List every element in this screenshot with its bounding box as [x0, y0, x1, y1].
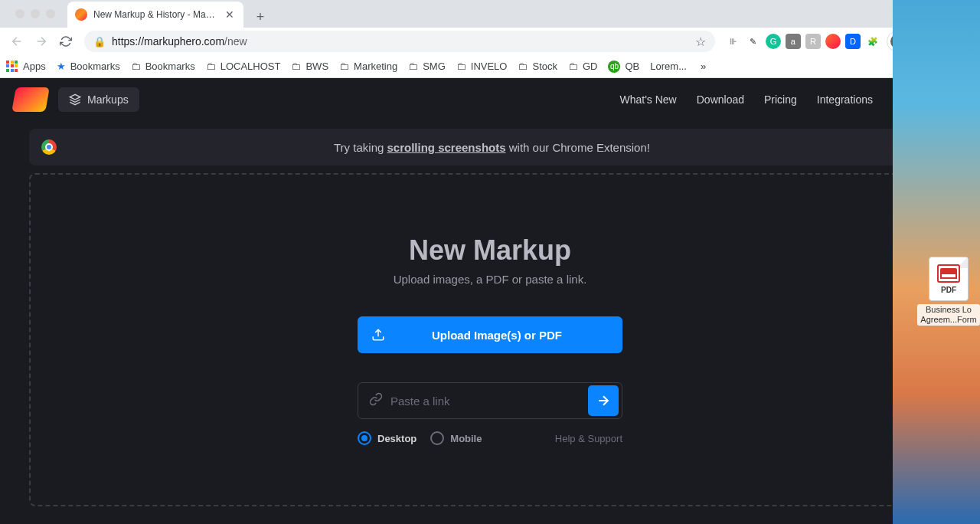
link-icon — [361, 392, 390, 409]
bookmark-qb[interactable]: qbQB — [608, 61, 639, 73]
maximize-window-icon[interactable] — [46, 9, 55, 18]
radio-desktop[interactable]: Desktop — [358, 431, 416, 445]
upload-icon — [371, 328, 385, 342]
radio-mobile[interactable]: Mobile — [430, 431, 482, 445]
new-tab-button[interactable]: + — [250, 6, 271, 28]
star-icon: ★ — [57, 61, 66, 72]
markups-button[interactable]: Markups — [58, 87, 139, 112]
address-bar[interactable]: 🔒 https://markuphero.com/new ☆ — [84, 31, 715, 52]
ext-icon-4[interactable]: a — [786, 34, 801, 49]
ext-icon-2[interactable]: ✎ — [746, 34, 761, 49]
nav-pricing[interactable]: Pricing — [764, 93, 797, 106]
dropzone[interactable]: New Markup Upload images, a PDF or paste… — [29, 173, 951, 506]
promo-banner: Try taking scrolling screenshots with ou… — [29, 129, 951, 165]
radio-icon — [358, 431, 371, 445]
bookmark-lorem[interactable]: Lorem... — [650, 61, 687, 72]
page-title: New Markup — [409, 234, 571, 267]
link-input-row — [358, 382, 622, 419]
folder-icon: 🗀 — [456, 61, 466, 72]
bookmarks-bar: Apps ★ Bookmarks 🗀Bookmarks 🗀LOCALHOST 🗀… — [0, 55, 980, 78]
ext-icon-markup[interactable] — [825, 34, 841, 49]
bookmark-folder-stock[interactable]: 🗀Stock — [518, 61, 557, 72]
apps-button[interactable]: Apps — [6, 61, 46, 73]
bookmark-folder-bookmarks[interactable]: 🗀Bookmarks — [131, 61, 195, 72]
bookmark-folder-smg[interactable]: 🗀SMG — [408, 61, 446, 72]
upload-button-label: Upload Image(s) or PDF — [385, 329, 609, 342]
apps-label: Apps — [23, 61, 46, 72]
extension-icons: ⊪ ✎ G a R D 🧩 — [723, 34, 884, 49]
app-header: Markups What's New Download Pricing Inte… — [0, 78, 980, 121]
bookmark-folder-bws[interactable]: 🗀BWS — [291, 61, 328, 72]
bookmark-folder-gd[interactable]: 🗀GD — [568, 61, 598, 72]
lock-icon: 🔒 — [93, 36, 106, 47]
nav-integrations[interactable]: Integrations — [817, 93, 873, 106]
app-content: Markups What's New Download Pricing Inte… — [0, 78, 980, 524]
url-bar: 🔒 https://markuphero.com/new ☆ ⊪ ✎ G a R… — [0, 28, 980, 55]
options-row: Desktop Mobile Help & Support — [358, 431, 622, 445]
ext-icon-7[interactable]: D — [845, 34, 861, 49]
ext-icon-5[interactable]: R — [805, 34, 821, 49]
close-window-icon[interactable] — [15, 9, 24, 18]
qb-icon: qb — [608, 61, 620, 73]
nav-download[interactable]: Download — [697, 93, 744, 106]
window-controls — [6, 0, 64, 28]
tab-favicon-icon — [75, 8, 87, 21]
bookmark-star-icon[interactable]: ☆ — [695, 34, 706, 49]
pdf-file-icon: PDF — [929, 257, 969, 301]
folder-icon: 🗀 — [206, 61, 216, 72]
bookmarks-overflow-icon[interactable]: » — [701, 61, 706, 72]
ext-icon-1[interactable]: ⊪ — [726, 34, 741, 49]
page-subtitle: Upload images, a PDF or paste a link. — [394, 273, 587, 286]
submit-link-button[interactable] — [588, 385, 619, 416]
arrow-right-icon — [596, 393, 611, 408]
bookmark-folder-localhost[interactable]: 🗀LOCALHOST — [206, 61, 281, 72]
url-text: https://markuphero.com/new — [112, 35, 247, 47]
desktop-file-pdf[interactable]: PDF Business Lo Agreem...Form — [917, 257, 980, 326]
upload-button[interactable]: Upload Image(s) or PDF — [358, 316, 622, 353]
reload-button[interactable] — [55, 31, 77, 52]
bookmarks-star-item[interactable]: ★ Bookmarks — [57, 61, 120, 72]
folder-icon: 🗀 — [518, 61, 528, 72]
folder-icon: 🗀 — [408, 61, 418, 72]
chrome-icon — [41, 139, 57, 155]
folder-icon: 🗀 — [291, 61, 301, 72]
viewport-radio-group: Desktop Mobile — [358, 431, 482, 445]
folder-icon: 🗀 — [339, 61, 349, 72]
browser-tab[interactable]: New Markup & History - Marku ✕ — [67, 2, 243, 28]
forward-button[interactable] — [31, 31, 52, 52]
layers-icon — [69, 93, 81, 106]
bookmark-label: Bookmarks — [70, 61, 120, 72]
tab-strip: New Markup & History - Marku ✕ + — [0, 0, 980, 28]
radio-icon — [430, 431, 444, 445]
help-link[interactable]: Help & Support — [555, 433, 622, 444]
nav-whats-new[interactable]: What's New — [619, 93, 676, 106]
app-logo-icon[interactable] — [11, 87, 50, 112]
tab-title: New Markup & History - Marku — [93, 9, 217, 20]
close-tab-icon[interactable]: ✕ — [224, 8, 236, 21]
folder-icon: 🗀 — [131, 61, 141, 72]
apps-grid-icon — [6, 61, 18, 73]
ext-icon-grammarly[interactable]: G — [766, 34, 781, 49]
minimize-window-icon[interactable] — [31, 9, 40, 18]
extensions-puzzle-icon[interactable]: 🧩 — [865, 34, 880, 49]
back-button[interactable] — [6, 31, 28, 52]
folder-icon: 🗀 — [568, 61, 578, 72]
bookmark-folder-invelo[interactable]: 🗀INVELO — [456, 61, 508, 72]
file-name: Business Lo Agreem...Form — [917, 304, 980, 326]
banner-text: Try taking scrolling screenshots with ou… — [57, 141, 927, 154]
banner-link[interactable]: scrolling screenshots — [387, 141, 505, 154]
bookmark-folder-marketing[interactable]: 🗀Marketing — [339, 61, 397, 72]
link-input[interactable] — [390, 395, 588, 408]
markups-label: Markups — [87, 93, 129, 106]
